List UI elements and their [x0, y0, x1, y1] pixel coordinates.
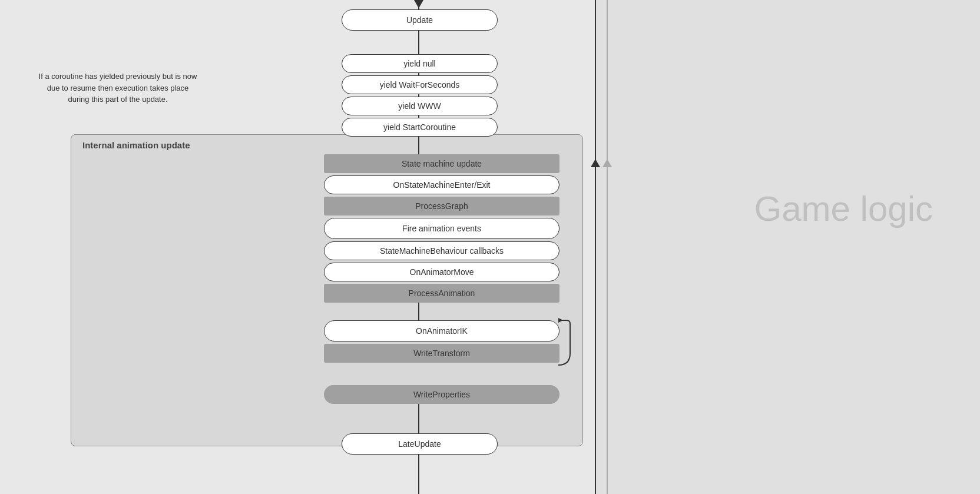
right-vertical-line-gray	[607, 0, 608, 494]
state-machine-update-node: State machine update	[324, 154, 559, 173]
update-node: Update	[342, 9, 498, 31]
yield-null-node: yield null	[342, 54, 498, 73]
line-update-to-yields	[418, 31, 419, 54]
arrow-up-gray	[602, 159, 612, 167]
write-properties-node: WriteProperties	[324, 385, 559, 404]
loop-arrow-svg	[323, 318, 570, 371]
right-panel	[595, 0, 980, 494]
process-graph-node: ProcessGraph	[324, 197, 559, 215]
animation-update-label: Internal animation update	[82, 140, 190, 150]
top-down-arrow	[414, 0, 423, 8]
arrow-up-black	[591, 159, 600, 167]
main-container: Game logic If a coroutine has yielded pr…	[0, 0, 980, 494]
line-lateupdate-down	[418, 455, 419, 494]
svg-marker-0	[558, 318, 563, 323]
on-state-machine-node: OnStateMachineEnter/Exit	[324, 175, 559, 194]
process-animation-node: ProcessAnimation	[324, 284, 559, 303]
yield-www-node: yield WWW	[342, 97, 498, 115]
line-box-to-lateupdate	[418, 404, 419, 433]
line-yields-to-box	[418, 137, 419, 154]
on-animator-move-node: OnAnimatorMove	[324, 263, 559, 281]
state-machine-behaviour-node: StateMachineBehaviour callbacks	[324, 241, 559, 260]
right-vertical-line-black	[595, 0, 596, 494]
game-logic-label: Game logic	[754, 188, 933, 229]
late-update-node: LateUpdate	[342, 433, 498, 455]
yield-waitforseconds-node: yield WaitForSeconds	[342, 75, 498, 94]
fire-animation-events-node: Fire animation events	[324, 218, 559, 239]
yield-startcoroutine-node: yield StartCoroutine	[342, 118, 498, 137]
annotation-text: If a coroutine has yielded previously bu…	[35, 71, 200, 105]
